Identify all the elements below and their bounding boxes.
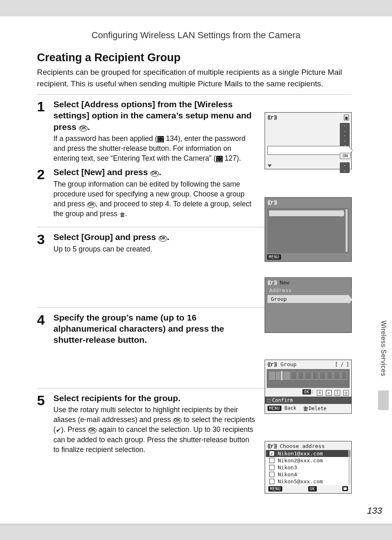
manual-ref-icon: ⛶ <box>157 136 164 143</box>
step-number: 3 <box>37 231 53 246</box>
ok-badge: OK <box>308 486 317 492</box>
step-3-desc: Up to 5 groups can be created. <box>53 244 257 254</box>
char-counter: [ / ] <box>335 361 349 367</box>
screen-title: Group <box>280 361 296 367</box>
address-list-item: Nikon2@xxx.com <box>266 457 350 464</box>
camera-screen-2: ⟪ᴦ⟫ MENU <box>265 197 352 262</box>
screen-title: Choose address <box>280 443 325 449</box>
checkbox-icon <box>269 465 274 470</box>
text: . <box>159 167 161 177</box>
mode-icon: 1 <box>334 390 340 396</box>
step-4-title: Specify the group’s name (up to 16 alpha… <box>53 312 257 346</box>
address-list-item: Nikon5@xxx.com <box>266 478 350 485</box>
ok-icon: OK <box>88 427 97 434</box>
antenna-icon: ⟪ᴦ⟫ <box>267 361 277 367</box>
camera-screen-5: ⟪ᴦ⟫Choose address ✔Nikon1@xxx.comNikon2@… <box>265 441 352 494</box>
address-list-item: ✔Nikon1@xxx.com <box>266 450 350 457</box>
trash-icon: 🗑 <box>303 405 309 412</box>
camera-screen-3: ⟪ᴦ⟫New Address Group <box>265 277 352 333</box>
address-label: Nikon4 <box>278 471 297 478</box>
section-intro: Recipients can be grouped for specificat… <box>37 67 352 89</box>
section-heading: Creating a Recipient Group <box>37 51 352 64</box>
shutter-icon: ⬚ <box>267 397 270 403</box>
manual-page: Configuring Wireless LAN Settings from t… <box>0 16 392 524</box>
address-label: Nikon5@xxx.com <box>278 478 323 485</box>
checkbox-icon <box>269 472 274 477</box>
address-list-item: Nikon4 <box>266 471 350 478</box>
text: . <box>167 232 170 242</box>
page-number: 133 <box>367 505 382 516</box>
ok-icon: OK <box>79 125 88 132</box>
ok-badge: OK <box>302 389 311 395</box>
mode-icon: A <box>317 390 323 396</box>
value: - - <box>340 162 350 173</box>
menu-item-group-selected: Group <box>267 295 349 303</box>
address-label: Nikon2@xxx.com <box>278 457 323 464</box>
step-2-desc: The group information can be edited by f… <box>53 179 257 219</box>
battery-icon <box>344 115 349 120</box>
antenna-icon: ⟪ᴦ⟫ <box>267 279 277 286</box>
mode-icon: @ <box>343 390 349 396</box>
page-header: Configuring Wireless LAN Settings from t… <box>0 30 392 41</box>
camera-screen-4: ⟪ᴦ⟫ Group [ / ] OK: A a 1 @ ⬚Confirm MEN… <box>265 360 352 414</box>
manual-ref-icon: ⛶ <box>216 156 223 162</box>
mode-icon: a <box>326 390 332 396</box>
menu-badge: MENU <box>267 406 281 411</box>
ok-icon: OK <box>173 418 182 424</box>
step-1-desc: If a password has been applied (⛶ 134), … <box>53 134 257 163</box>
text: Select [New] and press <box>53 167 150 177</box>
text: . <box>125 210 127 218</box>
shutter-icon <box>342 486 348 491</box>
address-label: Nikon3 <box>278 464 297 471</box>
selection-band <box>267 146 349 155</box>
text: If a password has been applied ( <box>53 134 157 143</box>
ok-icon: OK <box>159 235 167 242</box>
selection-arrow-icon <box>341 210 345 217</box>
menu-badge: MENU <box>268 486 282 492</box>
step-number: 2 <box>37 166 53 181</box>
delete-label: Delete <box>309 406 326 411</box>
address-list-item: Nikon3 <box>266 464 350 471</box>
value-on: ON <box>340 153 350 159</box>
camera-screen-1: ⟪ᴦ⟫ - - - - - - ON - - <box>265 112 352 169</box>
value: - - <box>340 123 350 134</box>
checkbox-icon <box>269 479 274 484</box>
back-label: Back <box>284 405 296 411</box>
scroll-down-icon <box>267 164 272 167</box>
antenna-icon: ⟪ᴦ⟫ <box>267 199 277 205</box>
value: - - <box>340 133 350 143</box>
checkbox-icon: ✔ <box>269 451 274 456</box>
trash-icon: 🗑 <box>120 211 125 218</box>
side-tab-label: Wireless Services <box>380 321 387 376</box>
page-ref: 134 <box>164 134 178 143</box>
confirm-label: Confirm <box>272 397 293 403</box>
text: . <box>88 122 90 132</box>
text-entry-field <box>267 369 350 388</box>
ok-icon: OK <box>87 202 96 208</box>
step-2-title: Select [New] and press OK. <box>53 166 257 178</box>
step-number: 4 <box>37 312 53 327</box>
text: ). <box>237 154 241 162</box>
page-ref: 127 <box>223 154 237 162</box>
antenna-icon: ⟪ᴦ⟫ <box>267 443 277 449</box>
divider <box>37 94 352 95</box>
address-label: Nikon1@xxx.com <box>278 450 323 457</box>
step-5-title: Select recipients for the group. <box>53 392 257 404</box>
check-icon: ✔ <box>56 427 61 434</box>
antenna-icon: ⟪ᴦ⟫ <box>267 114 277 120</box>
text: Select [Group] and press <box>53 232 159 242</box>
step-3-title: Select [Group] and press OK. <box>53 231 257 242</box>
menu-label: MENU <box>267 254 281 260</box>
side-index-tab <box>378 390 389 410</box>
step-number: 5 <box>37 392 53 407</box>
checkbox-icon <box>269 458 274 463</box>
step-5-desc: Use the rotary multi selector to highlig… <box>53 405 257 455</box>
text-cursor <box>281 371 282 381</box>
ok-icon: OK <box>150 171 159 177</box>
step-number: 1 <box>37 99 53 113</box>
menu-item-address: Address <box>265 286 351 294</box>
step-1-title: Select [Address options] from the [Wirel… <box>53 99 257 132</box>
screen-title: New <box>280 279 289 286</box>
text: ). Press <box>61 425 88 434</box>
